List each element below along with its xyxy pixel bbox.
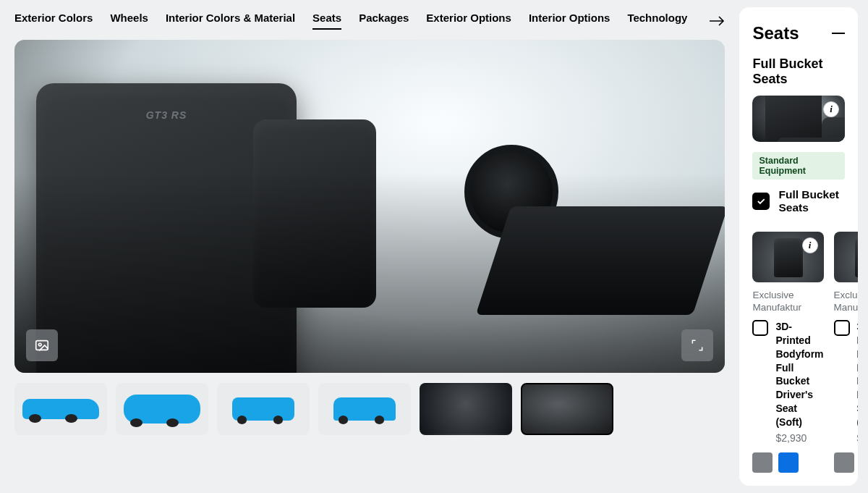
info-icon: i [809, 240, 812, 251]
check-icon [756, 196, 766, 206]
thumb-front[interactable] [318, 383, 411, 435]
arrow-right-icon [709, 16, 725, 26]
option-medium-price: $2,930 [857, 432, 858, 444]
thumb-dashboard[interactable] [420, 383, 512, 435]
svg-point-1 [38, 343, 41, 346]
tab-technology[interactable]: Technology [627, 12, 687, 30]
tabs-scroll-right[interactable] [709, 16, 725, 26]
thumb-seats[interactable] [521, 383, 613, 435]
tab-exterior-colors[interactable]: Exterior Colors [14, 12, 93, 30]
collapse-button[interactable] [832, 33, 845, 34]
sidebar-title: Seats [752, 23, 799, 43]
swatch-grey[interactable] [752, 452, 773, 473]
fullscreen-button[interactable] [681, 329, 713, 361]
gallery-button[interactable] [26, 329, 58, 361]
option-medium-image: i [834, 232, 858, 282]
option-medium-name: 3D-Printed Bodyform Full Bucket Driver's… [857, 320, 858, 429]
option-soft-checkbox[interactable] [752, 320, 768, 336]
info-icon: i [830, 104, 833, 115]
preview-dashboard [476, 206, 725, 315]
thumb-rear[interactable] [217, 383, 310, 435]
option-soft-price: $2,930 [775, 432, 823, 444]
standard-option-row[interactable]: Full Bucket Seats [752, 188, 845, 214]
thumb-side[interactable] [14, 383, 107, 435]
option-soft-info[interactable]: i [802, 237, 818, 253]
option-soft-brand: Exclusive Manufaktur [752, 290, 823, 314]
swatch-blue[interactable] [778, 452, 799, 473]
section-heading: Full Bucket Seats [752, 56, 845, 87]
tab-seats[interactable]: Seats [312, 12, 341, 30]
info-button[interactable]: i [823, 101, 839, 117]
option-soft-image: i [752, 232, 823, 282]
standard-equipment-badge: Standard Equipment [752, 152, 845, 180]
tab-interior-options[interactable]: Interior Options [529, 12, 610, 30]
thumb-top[interactable] [116, 383, 208, 435]
option-soft-name: 3D-Printed Bodyform Full Bucket Driver's… [775, 320, 823, 429]
thumbnail-strip [14, 383, 725, 435]
tab-interior-colors[interactable]: Interior Colors & Material [166, 12, 295, 30]
option-soft: i Exclusive Manufaktur 3D-Printed Bodyfo… [752, 232, 823, 473]
config-tabs: Exterior Colors Wheels Interior Colors &… [14, 12, 725, 30]
option-preview-image: i [752, 96, 845, 142]
preview-steering-wheel [464, 145, 558, 239]
option-medium-brand: Exclusive Manufaktur [834, 290, 858, 314]
option-medium-swatches [834, 452, 858, 473]
tab-wheels[interactable]: Wheels [110, 12, 148, 30]
preview-driver-seat [36, 83, 297, 373]
main-panel: Exterior Colors Wheels Interior Colors &… [0, 0, 739, 493]
tab-exterior-options[interactable]: Exterior Options [426, 12, 511, 30]
expand-icon [690, 338, 705, 353]
standard-option-label: Full Bucket Seats [778, 188, 845, 214]
option-medium: i Exclusive Manufaktur 3D-Printed Bodyfo… [834, 232, 858, 473]
sidebar-panel: Seats Full Bucket Seats i Standard Equip… [739, 7, 858, 486]
option-soft-swatches [752, 452, 823, 473]
tab-packages[interactable]: Packages [359, 12, 409, 30]
seat-options: i Exclusive Manufaktur 3D-Printed Bodyfo… [752, 232, 845, 473]
image-icon [34, 337, 50, 353]
vehicle-preview [14, 40, 725, 373]
option-medium-checkbox[interactable] [834, 320, 850, 336]
preview-passenger-seat [253, 119, 376, 308]
standard-option-checkbox[interactable] [752, 193, 770, 210]
swatch-grey[interactable] [834, 452, 854, 473]
